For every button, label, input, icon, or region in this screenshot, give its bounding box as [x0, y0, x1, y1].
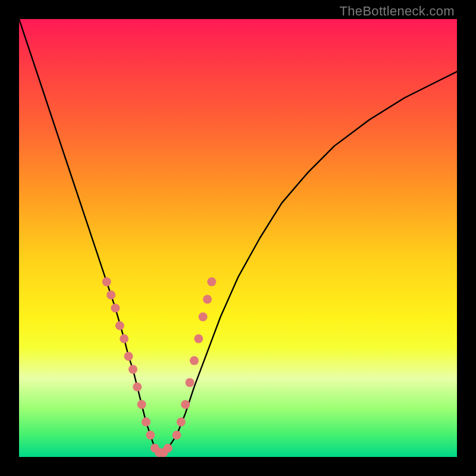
curve-marker [194, 334, 203, 343]
curve-marker [199, 312, 208, 321]
curve-marker [173, 431, 181, 440]
chart-frame: TheBottleneck.com [0, 0, 476, 476]
curve-markers [102, 277, 217, 457]
curve-marker [142, 418, 151, 427]
watermark-text: TheBottleneck.com [340, 4, 455, 19]
curve-marker [203, 295, 212, 304]
curve-marker [111, 303, 120, 312]
curve-marker [190, 356, 199, 365]
chart-overlay [19, 19, 457, 457]
curve-marker [129, 365, 137, 374]
curve-marker [124, 352, 133, 361]
curve-marker [207, 277, 216, 286]
curve-marker [177, 418, 186, 427]
curve-marker [107, 290, 115, 299]
curve-marker [115, 321, 124, 330]
curve-marker [133, 383, 142, 392]
bottleneck-curve [19, 19, 457, 453]
curve-marker [146, 431, 155, 440]
curve-marker [137, 400, 146, 409]
curve-marker [120, 334, 129, 343]
curve-marker [186, 378, 195, 387]
curve-marker [102, 277, 111, 286]
curve-marker [181, 400, 190, 409]
curve-marker [164, 444, 173, 453]
